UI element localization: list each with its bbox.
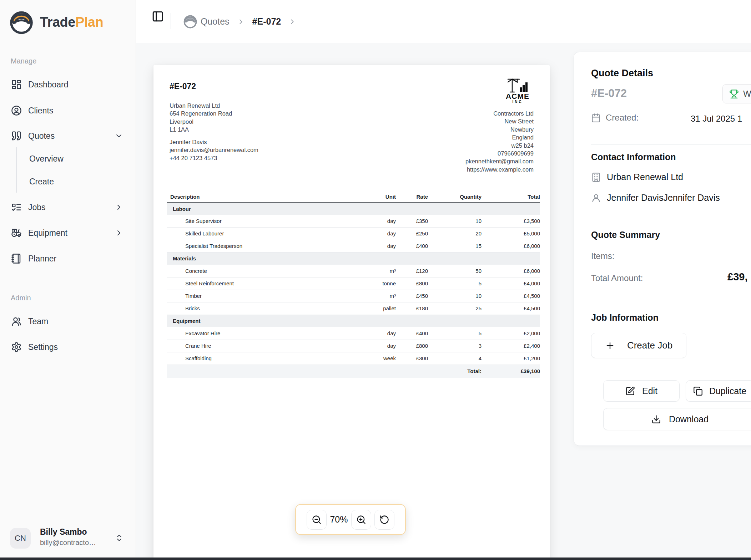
sidebar-item-label: Jobs	[28, 203, 46, 212]
panel-title: Quote Details	[591, 68, 653, 79]
avatar: CN	[10, 528, 31, 549]
contact-person-row: Jennifer DavisJennifer Davis	[591, 193, 720, 203]
zoom-out-icon	[312, 515, 322, 525]
table-header-row: DescriptionUnitRateQuantityTotal	[167, 192, 540, 202]
sidebar-item-label: Quotes	[28, 131, 55, 141]
user-email: billy@contracto…	[40, 539, 96, 547]
divider	[591, 301, 751, 301]
window-bottom-edge	[0, 558, 751, 560]
quote-items-table-wrap: DescriptionUnitRateQuantityTotal LabourS…	[167, 192, 540, 378]
quote-details-panel: Quote Details #E-072 Won Created: 31 Jul…	[574, 52, 751, 446]
divider	[591, 368, 751, 368]
table-group-row: Equipment	[167, 315, 540, 327]
user-menu[interactable]: CN Billy Sambo billy@contracto…	[6, 524, 130, 553]
sidebar-item-jobs[interactable]: Jobs	[0, 199, 136, 216]
quote-document-preview: #E-072 Urban Renewal Ltd 654 Regeneratio…	[153, 65, 550, 560]
user-circle-icon	[11, 105, 22, 116]
user-name: Billy Sambo	[40, 527, 87, 537]
table-item-row: Excavator Hireday£4005£2,000	[167, 327, 540, 340]
sidebar-item-quotes-create[interactable]: Create	[0, 173, 136, 190]
table-header-cell: Description	[167, 192, 364, 202]
table-item-row: Timberm³£45010£4,500	[167, 290, 540, 302]
edit-button[interactable]: Edit	[603, 380, 680, 402]
chevron-right-icon	[115, 203, 123, 212]
table-group-row: Materials	[167, 252, 540, 265]
sidebar-toggle-button[interactable]	[152, 10, 164, 22]
table-item-row: Scaffoldingweek£3004£1,200	[167, 352, 540, 365]
zoom-out-button[interactable]	[307, 510, 327, 530]
gear-icon	[11, 342, 22, 352]
sidebar-item-quotes[interactable]: Quotes	[0, 127, 136, 144]
status-badge: Won	[722, 84, 751, 103]
document-quote-number: #E-072	[170, 82, 196, 91]
copy-icon	[693, 386, 703, 396]
divider	[591, 144, 751, 145]
header-divider	[171, 13, 171, 29]
duplicate-button[interactable]: Duplicate	[686, 380, 751, 402]
download-button[interactable]: Download	[603, 408, 751, 430]
dashboard-icon	[11, 79, 22, 90]
chevron-down-icon	[115, 132, 123, 140]
sidebar-item-team[interactable]: Team	[0, 313, 136, 330]
sidebar-item-label: Settings	[28, 342, 58, 352]
total-amount-value: £39,	[727, 271, 747, 283]
created-value: 31 Jul 2025 1	[691, 114, 742, 124]
zoom-in-icon	[356, 515, 366, 525]
sidebar-item-planner[interactable]: Planner	[0, 250, 136, 267]
contractor-logo: ACME INC	[495, 76, 540, 104]
duplicate-label: Duplicate	[709, 386, 746, 396]
sidebar-item-equipment[interactable]: Equipment	[0, 224, 136, 241]
notebook-icon	[11, 253, 22, 264]
tractor-icon	[11, 228, 22, 238]
total-amount-label: Total Amount:	[591, 273, 643, 283]
panel-quote-number: #E-072	[591, 87, 627, 100]
top-bar: Quotes #E-072	[136, 0, 751, 43]
client-address-block: Urban Renewal Ltd 654 Regeneration Road …	[170, 102, 232, 134]
breadcrumb-current: #E-072	[252, 16, 281, 27]
rotate-ccw-icon	[379, 515, 389, 525]
contact-person: Jennifer DavisJennifer Davis	[607, 193, 720, 203]
table-item-row: Brickspallet£18025£4,500	[167, 302, 540, 315]
user-icon	[591, 193, 601, 203]
brand-logo[interactable]: TradePlan	[8, 8, 103, 36]
zoom-in-button[interactable]	[351, 510, 371, 530]
created-row: Created:	[591, 113, 639, 123]
chevron-right-icon	[115, 229, 123, 237]
chevron-right-icon	[237, 18, 245, 26]
contact-info-heading: Contact Information	[591, 152, 676, 162]
sidebar-item-label: Planner	[28, 254, 56, 264]
breadcrumb-quotes-link[interactable]: Quotes	[201, 16, 230, 27]
quote-summary-heading: Quote Summary	[591, 230, 660, 240]
sidebar-item-label: Clients	[28, 106, 53, 116]
sidebar-item-clients[interactable]: Clients	[0, 102, 136, 119]
brand-name: TradePlan	[40, 15, 103, 30]
create-job-button[interactable]: Create Job	[591, 333, 686, 358]
calendar-icon	[591, 113, 601, 123]
table-item-row: Site Supervisorday£35010£3,500	[167, 215, 540, 227]
app-root: TradePlan Manage Dashboard Clients Quote…	[0, 0, 751, 560]
sidebar: TradePlan Manage Dashboard Clients Quote…	[0, 0, 136, 560]
chevrons-up-down-icon	[115, 534, 124, 542]
sidebar-item-quotes-overview[interactable]: Overview	[0, 150, 136, 167]
quote-table-body: LabourSite Supervisorday£35010£3,500Skil…	[167, 202, 540, 378]
breadcrumb: Quotes #E-072	[201, 0, 296, 43]
client-contact-block: Jennifer Davis jennifer.davis@urbanrenew…	[170, 138, 258, 162]
table-item-row: Crane Hireday£8003£2,400	[167, 340, 540, 352]
building-icon	[591, 172, 601, 182]
divider	[591, 217, 751, 217]
sidebar-item-dashboard[interactable]: Dashboard	[0, 76, 136, 93]
sidebar-item-settings[interactable]: Settings	[0, 338, 136, 356]
download-icon	[651, 414, 661, 424]
download-label: Download	[669, 414, 709, 424]
create-job-label: Create Job	[627, 340, 672, 351]
contact-company: Urban Renewal Ltd	[607, 172, 683, 182]
plus-icon	[605, 341, 615, 351]
table-total-row: Total:£39,100	[167, 365, 540, 378]
sidebar-item-label: Team	[28, 317, 48, 326]
status-badge-label: Won	[743, 89, 751, 99]
zoom-level: 70%	[330, 514, 348, 525]
contact-company-row: Urban Renewal Ltd	[591, 172, 683, 182]
zoom-reset-button[interactable]	[374, 510, 394, 530]
hardhat-logo-icon	[8, 8, 35, 36]
table-header-cell: Quantity	[428, 192, 482, 202]
